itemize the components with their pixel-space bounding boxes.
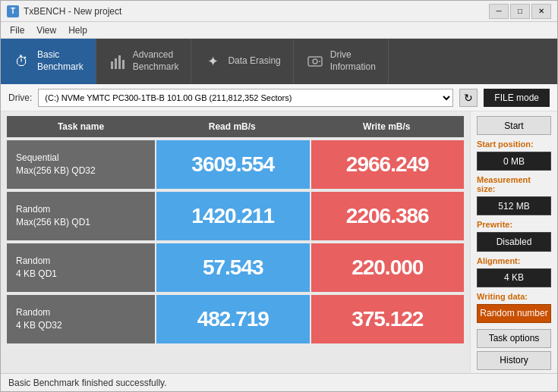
prewrite-label: Prewrite: (477, 220, 551, 229)
title-bar-text: TxBENCH - New project (24, 6, 489, 17)
bench-label-0: SequentialMax(256 KB) QD32 (7, 140, 155, 189)
drive-label: Drive: (8, 93, 32, 103)
svg-rect-1 (115, 58, 117, 69)
start-position-label: Start position: (477, 140, 551, 149)
bench-row-0: SequentialMax(256 KB) QD32 3609.554 2966… (7, 140, 464, 189)
data-erasing-label: Data Erasing (228, 55, 280, 67)
svg-point-5 (313, 59, 317, 64)
refresh-button[interactable]: ↻ (459, 89, 478, 107)
measurement-size-value: 512 MB (477, 196, 551, 215)
svg-point-6 (319, 61, 320, 62)
file-mode-button[interactable]: FILE mode (484, 89, 550, 107)
col-read: Read mB/s (155, 121, 310, 132)
maximize-button[interactable]: □ (510, 4, 530, 19)
minimize-button[interactable]: ─ (489, 4, 509, 19)
menu-view[interactable]: View (30, 24, 62, 37)
bench-label-1: RandomMax(256 KB) QD1 (7, 192, 155, 240)
svg-rect-3 (122, 60, 125, 69)
bench-row-1: RandomMax(256 KB) QD1 1420.211 2206.386 (7, 192, 464, 240)
table-header: Task name Read mB/s Write mB/s (7, 116, 464, 137)
drive-row: Drive: (C:) NVMe YMTC PC300-1TB-B 101.00… (1, 84, 557, 111)
alignment-label: Alignment: (477, 256, 551, 265)
prewrite-value: Disabled (477, 232, 551, 251)
benchmark-table: Task name Read mB/s Write mB/s Sequentia… (1, 111, 470, 375)
bench-row-2: Random4 KB QD1 57.543 220.000 (7, 243, 464, 292)
bench-row-3: Random4 KB QD32 482.719 375.122 (7, 295, 464, 343)
title-bar: T TxBENCH - New project ─ □ ✕ (1, 1, 557, 22)
col-task: Task name (7, 121, 155, 132)
svg-rect-0 (111, 61, 113, 69)
alignment-value: 4 KB (477, 268, 551, 287)
history-button[interactable]: History (477, 351, 551, 370)
bench-write-2: 220.000 (311, 243, 465, 292)
bench-write-0: 2966.249 (311, 140, 465, 189)
toolbar-advanced-benchmark[interactable]: AdvancedBenchmark (96, 39, 192, 84)
writing-data-value[interactable]: Random number (477, 304, 551, 323)
writing-data-label: Writing data: (477, 292, 551, 301)
basic-benchmark-label: BasicBenchmark (37, 49, 84, 73)
menu-help[interactable]: Help (62, 24, 93, 37)
toolbar-drive-information[interactable]: DriveInformation (294, 39, 389, 84)
app-icon: T (7, 5, 19, 17)
bench-read-0: 3609.554 (156, 140, 310, 189)
bench-label-3: Random4 KB QD32 (7, 295, 155, 343)
status-bar: Basic Benchmark finished successfully. (1, 373, 557, 391)
window-controls: ─ □ ✕ (489, 4, 551, 19)
measurement-size-label: Measurement size: (477, 175, 551, 193)
bench-label-2: Random4 KB QD1 (7, 243, 155, 292)
toolbar-data-erasing[interactable]: ✦ Data Erasing (191, 39, 293, 84)
menu-bar: File View Help (1, 22, 557, 39)
task-options-button[interactable]: Task options (477, 329, 551, 348)
advanced-benchmark-label: AdvancedBenchmark (133, 49, 179, 73)
bench-read-1: 1420.211 (156, 192, 310, 240)
start-button[interactable]: Start (477, 116, 551, 135)
toolbar-basic-benchmark[interactable]: ⏱ BasicBenchmark (1, 39, 96, 84)
bench-read-3: 482.719 (156, 295, 310, 343)
start-position-value: 0 MB (477, 152, 551, 171)
col-write: Write mB/s (310, 121, 465, 132)
close-button[interactable]: ✕ (531, 4, 551, 19)
drive-information-label: DriveInformation (330, 49, 376, 73)
bench-write-3: 375.122 (311, 295, 465, 343)
menu-file[interactable]: File (4, 24, 30, 37)
svg-rect-2 (118, 55, 121, 69)
right-panel: Start Start position: 0 MB Measurement s… (470, 111, 557, 375)
advanced-benchmark-icon (109, 52, 127, 71)
status-text: Basic Benchmark finished successfully. (8, 378, 167, 388)
main-content: Task name Read mB/s Write mB/s Sequentia… (1, 111, 557, 375)
bench-read-2: 57.543 (156, 243, 310, 292)
basic-benchmark-icon: ⏱ (13, 52, 31, 71)
data-erasing-icon: ✦ (203, 52, 222, 71)
drive-information-icon (306, 52, 324, 71)
toolbar: ⏱ BasicBenchmark AdvancedBenchmark ✦ Dat… (1, 39, 557, 84)
drive-select[interactable]: (C:) NVMe YMTC PC300-1TB-B 101.00 GB (21… (38, 89, 453, 107)
bench-write-1: 2206.386 (311, 192, 465, 240)
